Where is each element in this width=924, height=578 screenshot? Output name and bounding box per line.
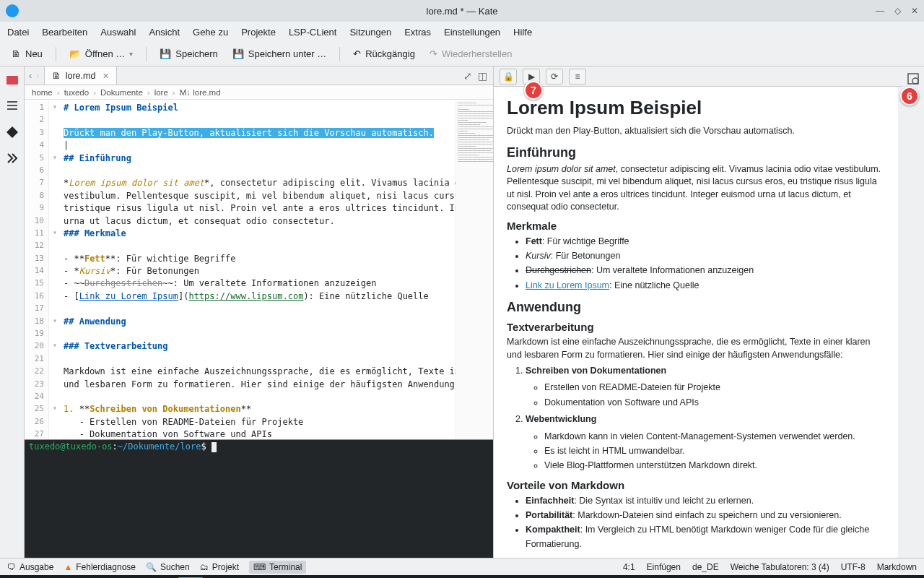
redo-button[interactable]: ↷Wiederherstellen [425,46,517,62]
preview-intro: Drückt man den Play-Button, aktualisiert… [507,125,885,138]
terminal-path: ~/Dokumente/lore [118,441,201,452]
undo-button[interactable]: ↶Rückgängig [349,46,419,62]
status-diagnostics[interactable]: ▲Fehlerdiagnose [64,561,136,574]
tabbar: ‹ › 🗎 lore.md × ⤢ ◫ [25,66,493,85]
svg-rect-1 [7,101,17,103]
list-item: Durchgestrichen: Um veraltete Informatio… [526,264,885,277]
breadcrumb-segment[interactable]: home [32,88,53,97]
list-item: Kursiv: Für Betonungen [526,249,885,263]
new-button[interactable]: 🗎Neu [7,46,47,62]
svg-rect-3 [7,108,17,110]
insert-mode[interactable]: Einfügen [647,562,681,572]
search-icon: 🔍 [146,562,157,572]
status-terminal[interactable]: ⌨Terminal [249,561,306,574]
minimap[interactable]: ▬▬▬▬▬▬▬▬▬▬▬▬▬▬▬▬▬▬▬▬▬▬▬▬▬▬▬▬▬▬▬▬▬▬▬▬▬▬▬▬… [456,100,493,439]
save-as-icon: 💾 [232,48,244,59]
menu-hilfe[interactable]: Hilfe [513,27,532,38]
menubar: DateiBearbeitenAuswahlAnsichtGehe zuProj… [0,22,924,42]
minimize-button[interactable]: — [876,6,884,16]
terminal-panel[interactable]: tuxedo@tuxedo-os:~/Dokumente/lore$ [25,439,493,558]
list-item: Fett: Für wichtige Begriffe [526,235,885,249]
save-button[interactable]: 💾Speichern [155,46,222,62]
chevron-down-icon: ▾ [129,50,133,58]
callout-badge-6: 6 [900,87,919,105]
menu-gehe zu[interactable]: Gehe zu [193,27,228,38]
lsp-symbols-icon[interactable] [4,150,20,166]
output-icon: 🗨 [7,562,16,572]
spell-lang[interactable]: de_DE [692,562,719,572]
editor-panel: ‹ › 🗎 lore.md × ⤢ ◫ home›tuxedo›Dokument… [25,66,494,558]
save-as-button[interactable]: 💾Speichern unter … [228,46,331,62]
menu-datei[interactable]: Datei [7,27,29,38]
kate-app-icon [6,4,19,17]
code-editor[interactable]: 1234567891011121314151617181920212223242… [25,100,493,439]
menu-projekte[interactable]: Projekte [241,27,276,38]
lock-button[interactable]: 🔒 [500,69,517,85]
document-tab[interactable]: 🗎 lore.md × [45,66,117,85]
breadcrumb-segment[interactable]: tuxedo [64,88,90,97]
left-sidebar [0,66,25,558]
svg-point-5 [912,78,918,84]
menu-bearbeiten[interactable]: Bearbeiten [42,27,87,38]
menu-einstellungen[interactable]: Einstellungen [444,27,500,38]
svg-rect-0 [6,76,18,85]
terminal-user: tuxedo@tuxedo-os [29,441,113,452]
status-output[interactable]: 🗨Ausgabe [7,561,53,574]
refresh-button[interactable]: ⟳ [546,69,563,85]
menu-auswahl[interactable]: Auswahl [100,27,136,38]
close-window-button[interactable]: ✕ [911,6,918,16]
titlebar: lore.md * — Kate — ◇ ✕ [0,0,924,22]
nav-fwd-icon[interactable]: › [36,70,39,81]
breadcrumb-segment[interactable]: M↓ lore.md [180,88,221,97]
markdown-file-icon: 🗎 [52,71,61,81]
breadcrumb[interactable]: home›tuxedo›Dokumente›lore›M↓ lore.md [25,85,493,100]
nav-back-icon[interactable]: ‹ [29,70,32,81]
taskbar: ▭ 🛍 📁 🦊 ⌨ ⟳ ◉ ᛒ ⇅ 🔊 🔋 ˄ 13:3718.10.24 ▭ [0,575,924,578]
cursor-position[interactable]: 4:1 [623,562,635,572]
split-view-icon[interactable]: ◫ [478,70,487,82]
menu-sitzungen[interactable]: Sitzungen [349,27,391,38]
save-icon: 💾 [160,48,171,59]
syntax-mode[interactable]: Markdown [877,562,917,572]
tab-close-icon[interactable]: × [103,70,108,82]
git-icon[interactable] [4,124,20,140]
breadcrumb-segment[interactable]: Dokumente [100,88,143,97]
redo-icon: ↷ [430,48,437,59]
list-item: Link zu Lorem Ipsum: Eine nützliche Quel… [526,279,885,293]
window-title: lore.md * — Kate [427,6,498,17]
tab-label: lore.md [66,71,96,81]
encoding[interactable]: UTF-8 [841,562,866,572]
preview-panel: 🔒 ▶ ⟳ ≡ 7 Lorem Ipsum Beispiel Drückt ma… [494,66,902,558]
preview-content[interactable]: Lorem Ipsum Beispiel Drückt man den Play… [494,87,902,558]
open-icon: 📂 [69,48,81,59]
documents-icon[interactable] [4,98,20,114]
breadcrumb-segment[interactable]: lore [154,88,168,97]
menu-extras[interactable]: Extras [404,27,431,38]
menu-lsp-client[interactable]: LSP-CLient [289,27,336,38]
preview-h1: Lorem Ipsum Beispiel [507,97,885,119]
maximize-button[interactable]: ◇ [894,6,901,16]
status-search[interactable]: 🔍Suchen [146,561,190,574]
menu-ansicht[interactable]: Ansicht [149,27,180,38]
open-button[interactable]: 📂Öffnen …▾ [65,46,137,62]
undo-icon: ↶ [353,48,361,59]
callout-badge-7: 7 [524,81,543,100]
warning-icon: ▲ [64,562,72,572]
status-project[interactable]: 🗂Projekt [200,561,239,574]
preview-link[interactable]: Link zu Lorem Ipsum [526,280,609,290]
filesystem-icon[interactable] [4,72,20,88]
terminal-cursor [212,442,217,452]
tab-width[interactable]: Weiche Tabulatoren: 3 (4) [731,562,829,572]
orientation-icon[interactable]: ⤢ [463,70,472,82]
terminal-icon: ⌨ [253,562,266,572]
right-sidebar: 6 [902,66,924,558]
new-file-icon: 🗎 [12,48,21,59]
svg-rect-2 [7,105,17,106]
toolbar: 🗎Neu 📂Öffnen …▾ 💾Speichern 💾Speichern un… [0,42,924,66]
statusbar: 🗨Ausgabe ▲Fehlerdiagnose 🔍Suchen 🗂Projek… [0,558,924,575]
menu-button[interactable]: ≡ [569,69,586,85]
project-icon: 🗂 [200,562,209,572]
preview-toolbar: 🔒 ▶ ⟳ ≡ [494,66,902,87]
